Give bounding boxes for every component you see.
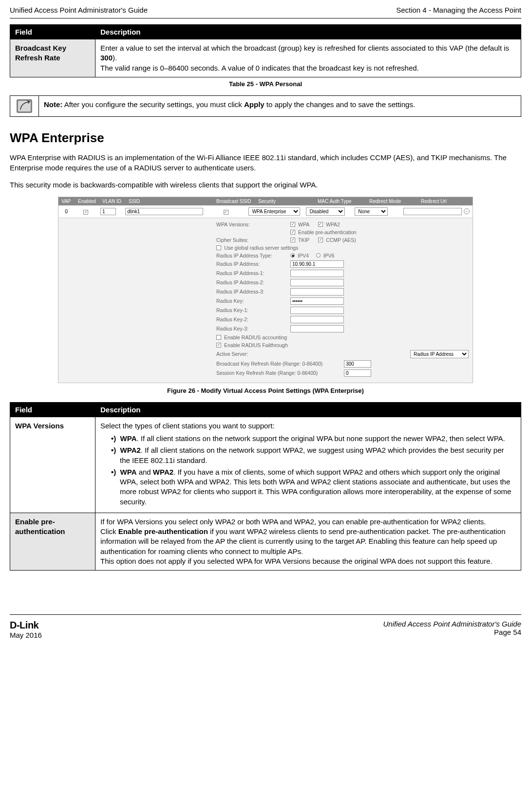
wpa-versions-label: WPA Versions:	[214, 221, 287, 227]
ccmp-checkbox[interactable]: ✓	[318, 238, 323, 242]
preauth-checkbox[interactable]: ✓	[290, 230, 295, 235]
col-vap: VAP	[58, 197, 75, 205]
desc-cell: Enter a value to set the interval at whi…	[95, 39, 521, 77]
figure-wpa-enterprise: VAP Enabled VLAN ID SSID Broadcast SSID …	[10, 197, 521, 384]
note-icon	[10, 96, 38, 116]
ipv4-radio[interactable]	[290, 253, 295, 258]
header-left: Unified Access Point Administrator's Gui…	[10, 6, 148, 14]
footer-date: May 2016	[10, 631, 42, 639]
table-col-field: Field	[10, 25, 95, 39]
tkip-checkbox[interactable]: ✓	[290, 238, 295, 242]
broadcast-checkbox[interactable]: ✓	[224, 210, 228, 215]
col-ssid: SSID	[126, 197, 213, 205]
global-radius-label: Use global radius server settings	[224, 245, 298, 251]
redirect-url-input[interactable]	[403, 208, 462, 215]
footer-page: Page 54	[494, 628, 521, 636]
radius-ip3-input[interactable]	[290, 288, 344, 295]
radius-key3-label: Radius Key-3:	[214, 326, 287, 332]
active-server-select[interactable]: Radius IP Address	[410, 350, 469, 358]
wpa2-checkbox[interactable]: ✓	[318, 222, 323, 227]
wpa-checkbox[interactable]: ✓	[290, 222, 295, 227]
radius-ip2-label: Radius IP Address-2:	[214, 279, 287, 285]
config-panel: VAP Enabled VLAN ID SSID Broadcast SSID …	[58, 197, 473, 383]
radius-ip1-label: Radius IP Address-1:	[214, 270, 287, 276]
active-server-label: Active Server:	[214, 351, 287, 357]
paragraph: WPA Enterprise with RADIUS is an impleme…	[10, 152, 521, 173]
wpa2-label: WPA2	[326, 221, 340, 227]
radius-ip1-input[interactable]	[290, 270, 344, 277]
radius-key1-label: Radius Key-1:	[214, 307, 287, 313]
col-redirect-url: Redirect Url	[418, 197, 473, 205]
list-item: •) WPA2. If all client stations on the n…	[111, 445, 516, 465]
global-radius-checkbox[interactable]	[216, 245, 221, 250]
preauth-label: Enable pre-authentication	[298, 229, 357, 235]
field-cell: Enable pre-authentication	[10, 513, 95, 570]
ipv4-label: IPV4	[298, 253, 309, 258]
srate-label: Session Key Refresh Rate (Range: 0-86400…	[214, 370, 341, 376]
divider	[10, 614, 521, 615]
radius-key2-label: Radius Key-2:	[214, 316, 287, 322]
radius-failthrough-label: Enable RADIUS Failthrough	[224, 342, 288, 348]
desc-cell: If for WPA Versions you select only WPA2…	[95, 513, 521, 570]
table-col-desc: Description	[95, 402, 521, 417]
footer-right: Unified Access Point Administrator's Gui…	[383, 620, 521, 639]
brate-input[interactable]	[344, 360, 371, 368]
list-item: •) WPA and WPA2. If you have a mix of cl…	[111, 467, 516, 507]
section-title: WPA Enterprise	[10, 130, 521, 146]
footer-left: D-Link May 2016	[10, 620, 42, 639]
list-item: •) WPA. If all client stations on the ne…	[111, 434, 516, 443]
mac-auth-select[interactable]: Disabled	[306, 207, 345, 216]
table-col-desc: Description	[95, 25, 521, 39]
brand-logo: D-Link	[10, 620, 38, 630]
field-cell: Broadcast Key Refresh Rate	[10, 39, 95, 77]
table-wpa-enterprise-fields: Field Description WPA Versions Select th…	[10, 402, 521, 571]
srate-input[interactable]	[344, 369, 371, 377]
table-row: Broadcast Key Refresh Rate Enter a value…	[10, 39, 521, 77]
radius-key-input[interactable]	[290, 297, 344, 305]
table-col-field: Field	[10, 402, 95, 417]
col-mac-auth: MAC Auth Type	[315, 197, 366, 205]
security-select[interactable]: WPA Enterprise	[248, 207, 300, 216]
ipv6-label: IPV6	[323, 253, 335, 258]
table-row: Enable pre-authentication If for WPA Ver…	[10, 513, 521, 570]
config-header-row: VAP Enabled VLAN ID SSID Broadcast SSID …	[58, 197, 473, 205]
col-vlanid: VLAN ID	[99, 197, 126, 205]
radius-acct-label: Enable RADIUS accounting	[224, 334, 287, 340]
desc-cell: Select the types of client stations you …	[95, 417, 521, 513]
note-text: Note: After you configure the security s…	[38, 96, 420, 116]
radius-key-label: Radius Key:	[214, 298, 287, 304]
radius-ip2-input[interactable]	[290, 279, 344, 286]
col-redirect-mode: Redirect Mode	[366, 197, 418, 205]
radius-acct-checkbox[interactable]	[216, 335, 221, 340]
col-broadcast: Broadcast SSID	[213, 197, 255, 205]
vap-row: 0 ✓ ✓ WPA Enterprise Disabled None −	[58, 205, 473, 218]
ssid-input[interactable]	[125, 208, 203, 215]
wpa-label: WPA	[298, 221, 309, 227]
field-cell: WPA Versions	[10, 417, 95, 513]
vlan-input[interactable]	[100, 208, 116, 215]
ccmp-label: CCMP (AES)	[326, 237, 356, 243]
redirect-mode-select[interactable]: None	[355, 207, 388, 216]
radius-failthrough-checkbox[interactable]: ✓	[216, 343, 221, 348]
table-caption: Table 25 - WPA Personal	[10, 80, 521, 88]
enabled-checkbox[interactable]: ✓	[83, 210, 88, 215]
col-enabled: Enabled	[75, 197, 99, 205]
cipher-label: Cipher Suites:	[214, 237, 287, 243]
table-row: WPA Versions Select the types of client …	[10, 417, 521, 513]
collapse-icon[interactable]: −	[464, 208, 470, 214]
radius-key2-input[interactable]	[290, 316, 344, 323]
ip-type-label: Radius IP Address Type:	[214, 253, 287, 258]
col-security: Security	[255, 197, 315, 205]
ipv6-radio[interactable]	[316, 253, 321, 258]
vap-index: 0	[58, 207, 75, 215]
radius-ip-input[interactable]	[290, 260, 344, 268]
paragraph: This security mode is backwards-compatib…	[10, 180, 521, 190]
header-right: Section 4 - Managing the Access Point	[396, 6, 521, 14]
table-wpa-personal: Field Description Broadcast Key Refresh …	[10, 24, 521, 77]
brate-label: Broadcast Key Refresh Rate (Range: 0-864…	[214, 361, 341, 367]
footer-title: Unified Access Point Administrator's Gui…	[383, 620, 521, 628]
radius-key1-input[interactable]	[290, 307, 344, 314]
note-box: Note: After you configure the security s…	[10, 95, 521, 117]
radius-key3-input[interactable]	[290, 325, 344, 332]
divider	[10, 18, 521, 18]
